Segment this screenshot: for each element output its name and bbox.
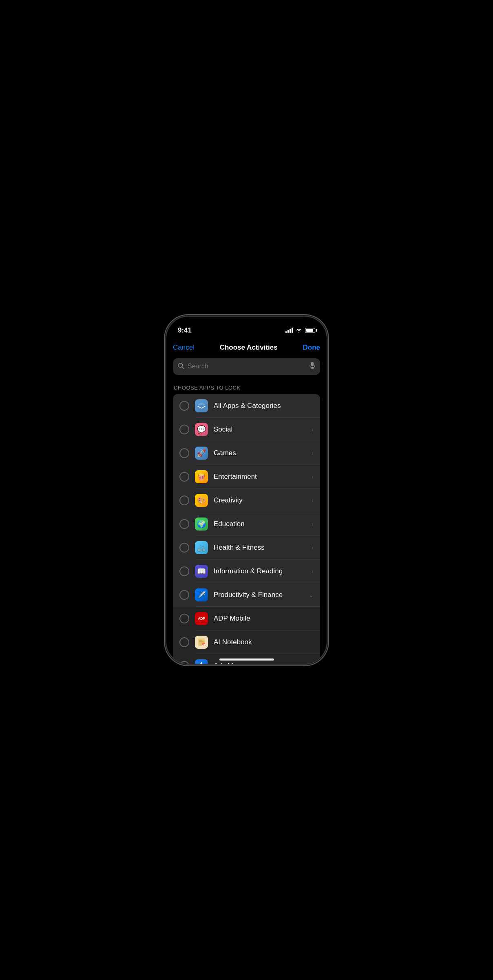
social-label: Social <box>214 425 306 434</box>
adp-icon: ADP <box>195 612 208 625</box>
creativity-label: Creativity <box>214 496 306 504</box>
creativity-icon: 🎨 <box>195 494 208 507</box>
radio-reading[interactable] <box>179 566 189 576</box>
health-icon: 🚲 <box>195 541 208 554</box>
list-item[interactable]: ADP ADP Mobile <box>173 607 320 630</box>
radio-games[interactable] <box>179 448 189 458</box>
chevron-right-icon: › <box>312 497 314 504</box>
health-label: Health & Fitness <box>214 544 306 552</box>
radio-adsmanager[interactable] <box>179 661 189 664</box>
list-item[interactable]: AI AI Notebook <box>173 630 320 654</box>
radio-productivity[interactable] <box>179 590 189 600</box>
battery-fill <box>306 329 313 332</box>
radio-ainotebook[interactable] <box>179 637 189 647</box>
svg-rect-2 <box>311 362 314 366</box>
battery-icon <box>305 328 315 333</box>
list-item[interactable]: 🎨 Creativity › <box>173 489 320 512</box>
chevron-right-icon: › <box>312 521 314 527</box>
adsmanager-icon <box>195 659 208 664</box>
adsmanager-label: Ads Manager <box>214 662 314 664</box>
radio-social[interactable] <box>179 425 189 434</box>
svg-marker-11 <box>198 663 205 664</box>
reading-icon: 📖 <box>195 565 208 578</box>
list-item[interactable]: 💬 Social › <box>173 418 320 441</box>
chevron-right-icon: › <box>312 473 314 480</box>
ainotebook-icon: AI <box>195 636 208 649</box>
games-icon: 🚀 <box>195 447 208 460</box>
signal-icon <box>285 328 293 333</box>
all-apps-label: All Apps & Categories <box>214 402 314 410</box>
list-item[interactable]: 🍿 Entertainment › <box>173 465 320 489</box>
games-label: Games <box>214 449 306 457</box>
done-button[interactable]: Done <box>303 344 320 352</box>
chevron-right-icon: › <box>312 450 314 456</box>
radio-creativity[interactable] <box>179 496 189 505</box>
radio-education[interactable] <box>179 519 189 529</box>
main-content: Cancel Choose Activities Done <box>166 339 327 664</box>
home-indicator[interactable] <box>219 658 274 661</box>
list-item[interactable]: 📖 Information & Reading › <box>173 559 320 583</box>
phone-shell: 9:41 <box>166 317 327 664</box>
radio-all-apps[interactable] <box>179 401 189 411</box>
svg-rect-7 <box>199 641 204 642</box>
radio-health[interactable] <box>179 543 189 553</box>
list-item[interactable]: 🚲 Health & Fitness › <box>173 536 320 559</box>
page-title: Choose Activities <box>220 344 278 352</box>
reading-label: Information & Reading <box>214 567 306 575</box>
adp-label: ADP Mobile <box>214 614 314 623</box>
chevron-right-icon: › <box>312 544 314 551</box>
section-label: CHOOSE APPS TO LOCK <box>173 385 320 391</box>
status-icons <box>285 328 315 333</box>
svg-rect-6 <box>199 640 202 641</box>
mic-icon[interactable] <box>310 362 315 371</box>
nav-bar: Cancel Choose Activities Done <box>173 339 320 358</box>
status-time: 9:41 <box>178 326 192 335</box>
list-item[interactable]: 🚀 Games › <box>173 441 320 465</box>
cancel-button[interactable]: Cancel <box>173 344 195 352</box>
productivity-label: Productivity & Finance <box>214 591 303 599</box>
radio-entertainment[interactable] <box>179 472 189 482</box>
ainotebook-label: AI Notebook <box>214 638 314 646</box>
list-item[interactable]: ✈️ Productivity & Finance ⌄ <box>173 583 320 607</box>
productivity-icon: ✈️ <box>195 588 208 601</box>
chevron-right-icon: › <box>312 568 314 575</box>
wifi-icon <box>296 328 302 333</box>
productivity-sub-items: ADP ADP Mobile <box>173 607 320 664</box>
list-item[interactable]: All Apps & Categories <box>173 394 320 418</box>
svg-line-1 <box>182 367 184 369</box>
education-icon: 🌍 <box>195 518 208 531</box>
radio-adp[interactable] <box>179 614 189 623</box>
entertainment-icon: 🍿 <box>195 470 208 483</box>
search-bar[interactable] <box>173 358 320 375</box>
entertainment-label: Entertainment <box>214 473 306 481</box>
chevron-down-icon: ⌄ <box>309 592 314 598</box>
education-label: Education <box>214 520 306 528</box>
status-bar: 9:41 <box>166 317 327 339</box>
list-item[interactable]: 🌍 Education › <box>173 512 320 536</box>
social-icon: 💬 <box>195 423 208 436</box>
layers-icon <box>195 399 208 412</box>
search-input[interactable] <box>188 363 306 370</box>
apps-list: All Apps & Categories 💬 Social › 🚀 <box>173 394 320 664</box>
search-icon <box>178 363 184 370</box>
screen: 9:41 <box>166 317 327 664</box>
svg-text:AI: AI <box>202 643 205 646</box>
chevron-right-icon: › <box>312 426 314 433</box>
